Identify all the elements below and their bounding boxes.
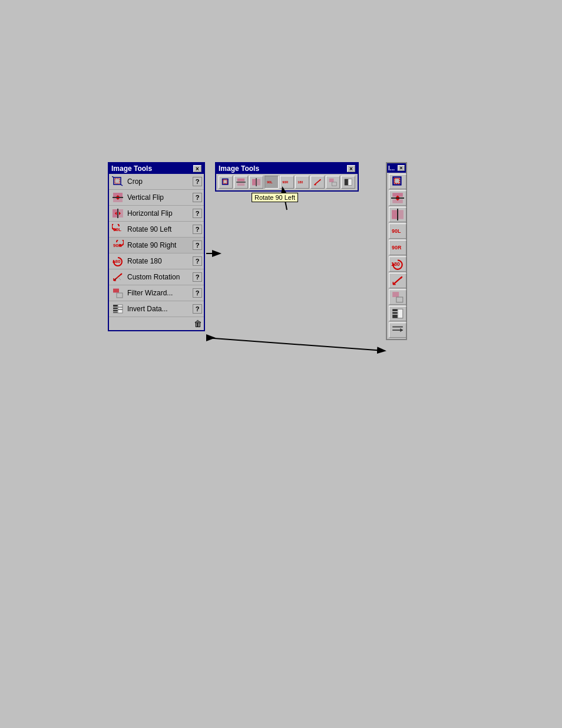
- compact-r180-button[interactable]: 180: [389, 256, 406, 272]
- svg-rect-63: [398, 210, 404, 219]
- custom-rotation-help[interactable]: ?: [193, 272, 202, 282]
- horizontal-flip-help[interactable]: ?: [193, 209, 202, 218]
- rotate90right-icon: 90R: [111, 239, 125, 252]
- toolbar-panel-titlebar: Image Tools ×: [216, 163, 358, 174]
- svg-text:90L: 90L: [267, 180, 273, 184]
- svg-rect-56: [395, 179, 400, 184]
- list-panel-footer: 🗑: [109, 317, 204, 330]
- list-panel-titlebar: Image Tools ×: [109, 163, 204, 174]
- toolbar-filter-button[interactable]: [326, 176, 340, 189]
- list-item[interactable]: Filter Wizard... ?: [109, 285, 204, 301]
- toolbar-r90r-button[interactable]: 90R: [280, 176, 294, 189]
- svg-rect-75: [392, 309, 398, 318]
- compact-filter-button[interactable]: [389, 289, 406, 305]
- compact-vflip-button[interactable]: [389, 190, 406, 206]
- crop-help[interactable]: ?: [193, 177, 202, 186]
- svg-rect-51: [329, 179, 334, 182]
- list-item[interactable]: Crop ?: [109, 174, 204, 190]
- svg-line-86: [206, 338, 384, 351]
- svg-line-24: [118, 277, 121, 280]
- compact-r90l-button[interactable]: 90L: [389, 223, 406, 239]
- compact-extra-button[interactable]: [389, 322, 406, 338]
- toolbar-crop-button[interactable]: [219, 176, 233, 189]
- rotate180-label: Rotate 180: [127, 257, 193, 265]
- svg-rect-74: [396, 297, 403, 302]
- compact-invert-button[interactable]: [389, 306, 406, 321]
- compact-custom-button[interactable]: [389, 273, 406, 288]
- trash-icon[interactable]: 🗑: [194, 319, 202, 328]
- svg-rect-43: [257, 179, 260, 186]
- compact-toolbar-panel: I... × 90L 90R: [386, 162, 407, 340]
- rotate90left-help[interactable]: ?: [193, 225, 202, 234]
- svg-rect-73: [392, 292, 399, 297]
- filter-wizard-help[interactable]: ?: [193, 288, 202, 298]
- rotate90right-label: Rotate 90 Right: [127, 241, 193, 249]
- arrows-overlay: [0, 0, 562, 728]
- vertical-flip-icon: [111, 191, 125, 204]
- toolbar-panel-close[interactable]: ×: [347, 165, 355, 172]
- tooltip-rotate90left: Rotate 90 Left: [252, 193, 298, 202]
- list-item[interactable]: 90R Rotate 90 Right ?: [109, 238, 204, 253]
- crop-label: Crop: [127, 177, 193, 186]
- vertical-flip-help[interactable]: ?: [193, 193, 202, 202]
- list-item[interactable]: Horizontal Flip ?: [109, 206, 204, 222]
- filter-wizard-icon: [111, 286, 125, 299]
- svg-rect-40: [237, 183, 244, 186]
- svg-text:90R: 90R: [392, 245, 402, 251]
- svg-text:90L: 90L: [392, 228, 401, 234]
- svg-text:180: 180: [297, 180, 303, 184]
- rotate90left-label: Rotate 90 Left: [127, 225, 193, 233]
- custom-rotation-label: Custom Rotation: [127, 273, 193, 281]
- compact-hflip-button[interactable]: [389, 207, 406, 222]
- invert-data-label: Invert Data...: [127, 305, 193, 313]
- rotate180-icon: 180: [111, 255, 125, 268]
- list-panel-close[interactable]: ×: [193, 165, 201, 172]
- svg-rect-39: [237, 179, 244, 182]
- toolbar-r90l-button[interactable]: 90L: [265, 176, 279, 189]
- horizontal-flip-label: Horizontal Flip: [127, 209, 193, 218]
- list-item[interactable]: 180 Rotate 180 ?: [109, 253, 204, 269]
- toolbar-hflip-button[interactable]: [249, 176, 263, 189]
- list-item[interactable]: 90L Rotate 90 Left ?: [109, 222, 204, 238]
- toolbar-vflip-button[interactable]: [234, 176, 248, 189]
- list-item[interactable]: Vertical Flip ?: [109, 190, 204, 206]
- list-panel-title: Image Tools: [111, 164, 152, 173]
- compact-panel-title: I...: [388, 165, 395, 172]
- vertical-flip-label: Vertical Flip: [127, 193, 193, 202]
- toolbar-body: 90L 90R 180: [216, 174, 358, 190]
- svg-rect-38: [223, 180, 227, 183]
- svg-rect-52: [332, 182, 336, 186]
- crop-icon: [111, 175, 125, 188]
- svg-rect-53: [345, 179, 348, 186]
- horizontal-flip-icon: [111, 207, 125, 220]
- toolbar-panel-title: Image Tools: [219, 164, 259, 173]
- svg-rect-54: [348, 179, 352, 186]
- svg-rect-31: [118, 305, 123, 313]
- custom-rotation-icon: [111, 271, 125, 284]
- svg-marker-81: [400, 328, 402, 332]
- compact-r90r-button[interactable]: 90R: [389, 240, 406, 255]
- list-item[interactable]: Custom Rotation ?: [109, 269, 204, 285]
- compact-panel-titlebar: I... ×: [387, 163, 406, 173]
- compact-panel-close[interactable]: ×: [398, 165, 405, 171]
- svg-rect-26: [117, 293, 123, 298]
- toolbar-custom-button[interactable]: [310, 176, 325, 189]
- image-tools-list-panel: Image Tools × Crop ? Vertical Flip: [108, 162, 205, 331]
- svg-rect-3: [115, 179, 120, 183]
- svg-rect-76: [398, 309, 403, 318]
- list-item[interactable]: Invert Data... ?: [109, 301, 204, 317]
- toolbar-r180-button[interactable]: 180: [295, 176, 309, 189]
- rotate180-help[interactable]: ?: [193, 256, 202, 266]
- filter-wizard-label: Filter Wizard...: [127, 289, 193, 297]
- toolbar-invert-button[interactable]: [341, 176, 355, 189]
- svg-rect-62: [392, 210, 397, 219]
- rotate90left-icon: 90L: [111, 223, 125, 236]
- svg-line-2: [121, 185, 123, 186]
- svg-line-1: [112, 176, 114, 177]
- invert-data-icon: [111, 302, 125, 315]
- svg-text:90R: 90R: [282, 180, 288, 184]
- rotate90right-help[interactable]: ?: [193, 241, 202, 250]
- image-tools-toolbar-panel: Image Tools ×: [215, 162, 359, 192]
- compact-crop-button[interactable]: [389, 174, 406, 189]
- invert-data-help[interactable]: ?: [193, 304, 202, 314]
